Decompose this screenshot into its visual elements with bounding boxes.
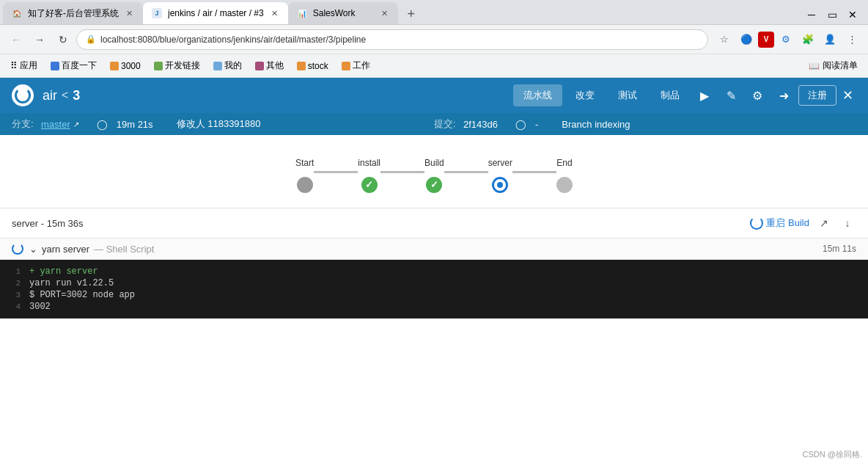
more-menu-icon[interactable]: ⋮ — [842, 29, 862, 50]
bookmark-3000[interactable]: 3000 — [106, 59, 145, 73]
log-line-num-1: 1 — [0, 266, 29, 276]
minimize-button[interactable]: ─ — [802, 5, 821, 24]
other-label: 其他 — [266, 59, 284, 72]
rebuild-button[interactable]: 重启 Build — [750, 216, 809, 230]
register-button[interactable]: 注册 — [798, 85, 836, 106]
jenkins-logo — [12, 84, 34, 106]
back-button[interactable]: ← — [6, 29, 26, 50]
bookmark-star-icon[interactable]: ☆ — [714, 29, 735, 50]
jenkins-spinner-icon — [15, 87, 31, 103]
nav-tests[interactable]: 测试 — [608, 84, 647, 106]
ext-1-icon[interactable]: 🔵 — [736, 29, 757, 50]
baidu-label: 百度一下 — [62, 59, 97, 72]
baidu-icon — [51, 62, 59, 70]
mine-label: 我的 — [224, 59, 242, 72]
new-tab-button[interactable]: + — [401, 4, 422, 24]
ext-2-icon[interactable]: V — [758, 32, 774, 48]
tab-2-close[interactable]: ✕ — [270, 8, 279, 19]
bookmark-work[interactable]: 工作 — [337, 58, 375, 73]
log-line-4: 4 3002 — [0, 301, 868, 313]
ext-4-icon[interactable]: 🧩 — [798, 29, 818, 50]
bookmark-stock[interactable]: stock — [293, 59, 333, 73]
log-line-text-2: yarn run v1.22.5 — [29, 278, 114, 288]
tab-1[interactable]: 🏠 知了好客-后台管理系统 ✕ — [3, 2, 143, 24]
maximize-button[interactable]: ▭ — [823, 5, 842, 24]
log-header: server - 15m 36s 重启 Build ↗ ↓ — [0, 208, 868, 239]
bookmark-other[interactable]: 其他 — [251, 58, 288, 73]
lock-icon: 🔒 — [86, 34, 96, 44]
nav-changes[interactable]: 改变 — [565, 84, 605, 106]
commit-row: 提交: 2f143d6 ◯ - Branch indexing — [434, 117, 856, 131]
settings-icon[interactable]: ⚙ — [746, 84, 769, 107]
3000-label: 3000 — [121, 61, 141, 71]
commit-value: 2f143d6 — [463, 119, 498, 130]
pipeline-stages: Start install ✓ Build — [295, 157, 573, 193]
log-entry-time: 15m 11s — [823, 244, 856, 254]
other-icon — [255, 62, 264, 70]
stage-server[interactable]: server — [488, 158, 512, 193]
chevron-down-icon[interactable]: ⌄ — [29, 244, 37, 255]
close-browser-button[interactable]: ✕ — [843, 5, 862, 24]
play-icon[interactable]: ▶ — [693, 84, 716, 107]
bookmark-devlink[interactable]: 开发链接 — [150, 58, 205, 73]
pipeline-area: Start install ✓ Build — [0, 135, 868, 466]
devlink-icon — [154, 62, 163, 70]
log-entry-header: ⌄ yarn server — Shell Script 15m 11s — [0, 239, 868, 260]
tab-1-close[interactable]: ✕ — [125, 8, 134, 19]
forward-button[interactable]: → — [29, 29, 50, 50]
tab-2[interactable]: J jenkins / air / master / #3 ✕ — [143, 2, 288, 24]
nav-artifacts[interactable]: 制品 — [650, 84, 690, 106]
reading-list-label: 阅读清单 — [823, 59, 858, 72]
tab-2-favicon: J — [152, 8, 162, 18]
log-line-2: 2 yarn run v1.22.5 — [0, 277, 868, 289]
external-link-button[interactable]: ↗ — [815, 214, 833, 232]
jenkins-header: air < 3 流水线 改变 测试 制品 ▶ ✎ ⚙ ➜ 注册 ✕ — [0, 78, 868, 113]
download-button[interactable]: ↓ — [839, 214, 856, 232]
work-label: 工作 — [353, 59, 370, 72]
stage-start-label: Start — [295, 158, 314, 168]
pipeline-diagram: Start install ✓ Build — [0, 135, 868, 208]
tab-1-favicon: 🏠 — [12, 8, 22, 18]
log-line-3: 3 $ PORT=3002 node app — [0, 289, 868, 301]
bookmarks-bar: ⠿ 应用 百度一下 3000 开发链接 我的 其他 stock 工 — [0, 54, 868, 78]
bookmark-mine[interactable]: 我的 — [209, 58, 246, 73]
commit-dash: - — [535, 119, 538, 130]
stage-end[interactable]: End — [556, 158, 573, 193]
ext-5-icon[interactable]: 👤 — [820, 29, 840, 50]
stage-build[interactable]: Build ✓ — [424, 158, 444, 193]
watermark: CSDN @徐同格. — [803, 449, 862, 460]
tab-3[interactable]: 📊 SalesWork ✕ — [288, 2, 398, 24]
url-text: localhost:8080/blue/organizations/jenkin… — [100, 34, 699, 45]
stage-start[interactable]: Start — [295, 158, 314, 193]
reload-button[interactable]: ↻ — [53, 29, 73, 50]
stage-server-inner-dot — [497, 182, 503, 188]
page-title: air < 3 — [43, 88, 80, 103]
address-bar: ← → ↻ 🔒 localhost:8080/blue/organization… — [0, 25, 868, 54]
project-name[interactable]: air — [43, 88, 57, 103]
stage-install-circle: ✓ — [361, 177, 378, 193]
stock-icon — [297, 62, 306, 70]
ext-3-icon[interactable]: ⚙ — [776, 29, 796, 50]
log-line-num-3: 3 — [0, 290, 29, 299]
bookmark-baidu[interactable]: 百度一下 — [46, 58, 101, 73]
jenkins-close-icon[interactable]: ✕ — [839, 87, 856, 103]
log-header-actions: 重启 Build ↗ ↓ — [750, 214, 856, 232]
log-header-title: server - 15m 36s — [12, 218, 84, 229]
commit-clock-icon: ◯ — [515, 119, 526, 130]
branch-link[interactable]: master — [41, 119, 70, 130]
tab-3-close[interactable]: ✕ — [380, 8, 389, 19]
commit-label: 提交: — [434, 117, 457, 131]
apps-bookmark[interactable]: ⠿ 应用 — [6, 58, 42, 73]
edit-icon[interactable]: ✎ — [719, 84, 743, 107]
url-bar[interactable]: 🔒 localhost:8080/blue/organizations/jenk… — [76, 29, 708, 50]
nav-pipeline[interactable]: 流水线 — [513, 84, 562, 106]
logout-icon[interactable]: ➜ — [772, 84, 795, 107]
stage-install[interactable]: install ✓ — [358, 158, 380, 193]
clock-icon: ◯ — [97, 119, 108, 130]
entry-subtitle: — Shell Script — [94, 244, 154, 255]
log-line-1: 1 + yarn server — [0, 266, 868, 277]
reading-list-button[interactable]: 📖 阅读清单 — [804, 58, 862, 73]
breadcrumb-separator: < — [62, 89, 68, 102]
browser-actions: ─ ▭ ✕ — [802, 5, 868, 24]
author-label: 修改人 1183391880 — [177, 117, 261, 131]
